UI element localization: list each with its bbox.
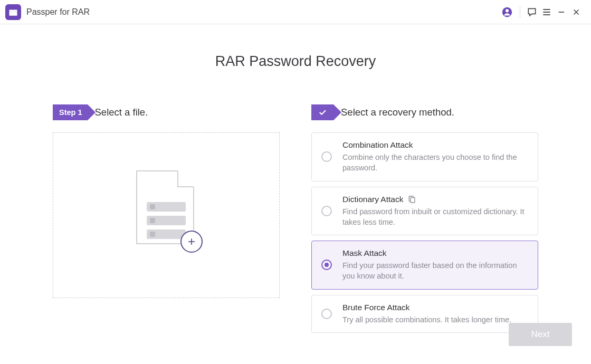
- radio-icon: [321, 151, 332, 162]
- titlebar-divider: [520, 6, 520, 18]
- file-dropzone[interactable]: +: [53, 132, 280, 298]
- add-file-icon: +: [180, 231, 203, 253]
- svg-rect-0: [9, 10, 17, 11]
- minimize-button[interactable]: [554, 5, 569, 20]
- page-heading: RAR Password Recovery: [53, 53, 538, 70]
- method-title: Dictionary Attack: [342, 195, 528, 204]
- titlebar: Passper for RAR: [0, 0, 591, 24]
- method-description: Try all possible combinations. It takes …: [342, 314, 528, 325]
- feedback-icon[interactable]: [525, 5, 539, 20]
- radio-icon: [321, 309, 332, 319]
- svg-point-4: [506, 9, 509, 12]
- method-card[interactable]: Dictionary AttackFind password from inbu…: [311, 187, 538, 236]
- import-dictionary-icon[interactable]: [407, 195, 416, 204]
- method-title: Mask Attack: [342, 248, 528, 258]
- svg-rect-12: [411, 197, 415, 202]
- method-card[interactable]: Brute Force AttackTry all possible combi…: [311, 295, 538, 333]
- step1-column: Step 1 Select a file. +: [53, 104, 280, 333]
- method-card[interactable]: Mask AttackFind your password faster bas…: [311, 241, 538, 290]
- radio-icon: [321, 206, 332, 216]
- menu-icon[interactable]: [539, 5, 554, 20]
- account-icon[interactable]: [500, 5, 514, 20]
- archive-file-icon: +: [132, 170, 201, 260]
- method-description: Find your password faster based on the i…: [342, 260, 528, 282]
- method-description: Combine only the characters you choose t…: [342, 152, 528, 174]
- app-title: Passper for RAR: [26, 7, 90, 17]
- method-card[interactable]: Combination AttackCombine only the chara…: [311, 132, 538, 181]
- step1-label: Select a file.: [95, 107, 148, 118]
- method-title: Brute Force Attack: [342, 303, 528, 312]
- check-icon: [318, 107, 327, 118]
- method-title: Combination Attack: [342, 140, 528, 150]
- step1-badge: Step 1: [53, 104, 88, 120]
- close-button[interactable]: [569, 5, 584, 20]
- radio-icon: [321, 260, 332, 270]
- method-description: Find password from inbuilt or customized…: [342, 206, 528, 228]
- step2-column: Select a recovery method. Combination At…: [311, 104, 538, 333]
- app-logo-icon: [5, 4, 21, 20]
- recovery-method-list: Combination AttackCombine only the chara…: [311, 132, 538, 333]
- svg-rect-2: [9, 14, 17, 15]
- main-content: RAR Password Recovery Step 1 Select a fi…: [0, 53, 591, 333]
- svg-rect-1: [9, 12, 17, 13]
- next-button[interactable]: Next: [509, 323, 572, 346]
- step2-label: Select a recovery method.: [341, 107, 454, 118]
- step2-badge: [311, 104, 333, 120]
